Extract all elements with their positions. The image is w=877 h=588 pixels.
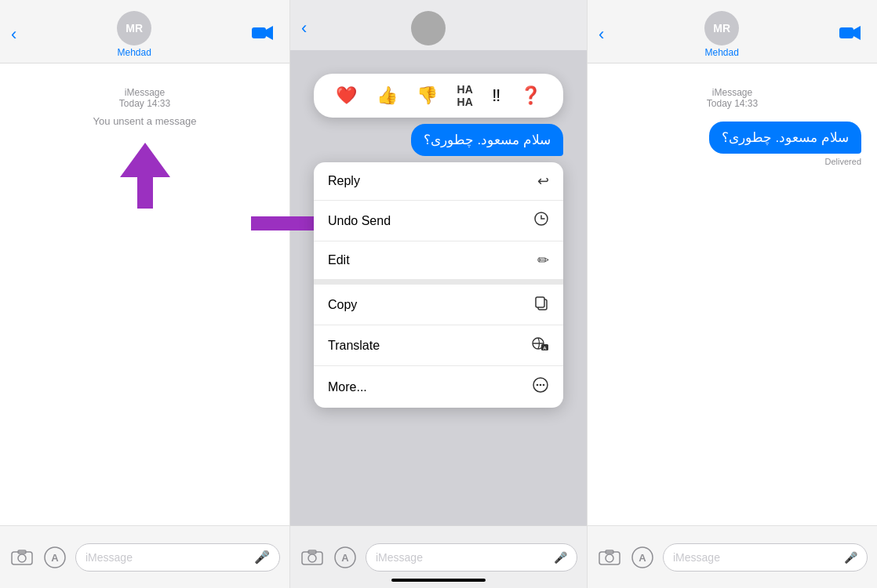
middle-camera-icon[interactable]: [300, 545, 325, 570]
camera-icon[interactable]: [9, 545, 35, 570]
svg-point-25: [606, 554, 613, 562]
message-bubble-container: سلام مسعود. چطوری؟: [314, 124, 563, 156]
menu-item-more[interactable]: More...: [314, 366, 563, 408]
svg-point-15: [540, 384, 542, 387]
svg-text:A: A: [639, 552, 646, 564]
right-header: ‹ MR Mehdad: [588, 0, 877, 64]
menu-item-undo-send[interactable]: Undo Send: [314, 201, 563, 241]
translate-icon: A: [532, 336, 549, 355]
home-indicator: [391, 579, 486, 582]
svg-marker-1: [266, 26, 273, 40]
delivered-status: Delivered: [825, 157, 861, 166]
context-menu: Reply ↩ Undo Send Edit ✏: [314, 162, 563, 408]
menu-item-reply[interactable]: Reply ↩: [314, 162, 563, 201]
context-area: ❤️ 👍 👎 HAHA ‼️ ❓ سلام مسعود. چطوری؟ Repl…: [314, 74, 563, 408]
svg-rect-22: [839, 27, 853, 38]
svg-marker-23: [853, 26, 861, 40]
back-button[interactable]: ‹: [11, 24, 16, 45]
left-panel: ‹ MR Mehdad iMessage Today 14:33 You uns…: [0, 0, 290, 588]
message-bubble: سلام مسعود. چطوری؟: [411, 124, 563, 156]
right-message-bubble: سلام مسعود. چطوری؟: [709, 122, 861, 154]
reply-icon: ↩: [537, 172, 549, 190]
imessage-service-label: iMessage: [125, 87, 165, 98]
menu-item-reply-label: Reply: [328, 174, 360, 188]
left-bottom-bar: A iMessage 🎤: [0, 525, 289, 588]
input-placeholder-text: iMessage: [86, 551, 133, 564]
middle-back-button[interactable]: ‹: [301, 18, 307, 38]
svg-point-16: [543, 384, 545, 387]
svg-text:A: A: [543, 346, 547, 350]
right-imessage-info: iMessage Today 14:33: [603, 87, 861, 115]
middle-avatar: [411, 11, 446, 45]
apps-icon[interactable]: A: [42, 545, 67, 570]
right-camera-icon[interactable]: [597, 545, 622, 570]
middle-panel: ‹ ❤️ 👍 👎 HAHA ‼️ ❓ سلام مسعود. چطور: [290, 0, 587, 588]
contact-avatar-container[interactable]: MR Mehdad: [117, 11, 151, 58]
right-apps-icon[interactable]: A: [630, 545, 655, 570]
reaction-question[interactable]: ❓: [517, 84, 544, 107]
undo-send-icon: [533, 211, 549, 230]
menu-item-translate[interactable]: Translate A: [314, 325, 563, 366]
mic-icon: 🎤: [254, 550, 270, 564]
avatar: MR: [117, 11, 151, 45]
menu-item-edit-label: Edit: [328, 253, 350, 267]
more-icon: [532, 376, 549, 397]
right-imessage-label: iMessage: [603, 87, 861, 98]
menu-item-more-label: More...: [328, 380, 367, 394]
reaction-haha[interactable]: HAHA: [454, 82, 476, 110]
svg-text:A: A: [51, 552, 59, 564]
middle-input-placeholder: iMessage: [376, 551, 423, 564]
svg-text:A: A: [341, 552, 349, 564]
right-bottom-bar: A iMessage 🎤: [588, 525, 877, 588]
menu-item-edit[interactable]: Edit ✏: [314, 241, 563, 280]
right-bubble-container: سلام مسعود. چطوری؟ Delivered: [603, 122, 861, 166]
copy-icon: [533, 295, 549, 314]
menu-item-undo-send-label: Undo Send: [328, 214, 391, 228]
right-back-button[interactable]: ‹: [599, 24, 604, 45]
contact-name: Mehdad: [117, 47, 151, 58]
up-arrow-indicator: [120, 143, 170, 209]
middle-mic-icon: 🎤: [554, 551, 567, 564]
left-header: ‹ MR Mehdad: [0, 0, 289, 64]
menu-item-translate-label: Translate: [328, 339, 380, 353]
edit-icon: ✏: [537, 252, 549, 269]
svg-rect-0: [252, 27, 266, 38]
right-mic-icon: 🎤: [844, 551, 857, 564]
right-time-label: Today 14:33: [603, 98, 861, 109]
reaction-bar: ❤️ 👍 👎 HAHA ‼️ ❓: [314, 74, 563, 118]
menu-item-copy-label: Copy: [328, 298, 357, 312]
middle-header: ‹: [290, 0, 587, 50]
reaction-exclamation[interactable]: ‼️: [489, 84, 504, 107]
right-message-input[interactable]: iMessage 🎤: [663, 543, 868, 572]
right-message-area: iMessage Today 14:33 سلام مسعود. چطوری؟ …: [588, 64, 877, 525]
left-message-area: iMessage Today 14:33 You unsent a messag…: [0, 64, 289, 525]
unsent-message-text: You unsent a message: [93, 115, 197, 127]
menu-item-copy[interactable]: Copy: [314, 280, 563, 325]
message-input[interactable]: iMessage 🎤: [75, 543, 280, 572]
middle-content: ❤️ 👍 👎 HAHA ‼️ ❓ سلام مسعود. چطوری؟ Repl…: [290, 50, 587, 525]
svg-point-14: [537, 384, 539, 387]
middle-apps-icon[interactable]: A: [333, 545, 358, 570]
svg-point-18: [308, 554, 316, 562]
right-video-call-icon[interactable]: [839, 25, 861, 45]
message-time: Today 14:33: [119, 98, 170, 109]
svg-rect-9: [536, 297, 544, 307]
right-avatar: MR: [704, 11, 739, 45]
right-panel: ‹ MR Mehdad iMessage Today 14:33 سلام مس…: [587, 0, 877, 588]
reaction-thumbsdown[interactable]: 👎: [413, 84, 441, 107]
svg-point-3: [18, 554, 26, 562]
video-call-icon[interactable]: [252, 25, 274, 45]
right-contact-name: Mehdad: [704, 47, 738, 58]
right-input-placeholder: iMessage: [673, 551, 720, 564]
reaction-thumbsup[interactable]: 👍: [373, 84, 401, 107]
right-contact-container[interactable]: MR Mehdad: [704, 11, 739, 58]
middle-message-input[interactable]: iMessage 🎤: [366, 543, 577, 572]
reaction-heart[interactable]: ❤️: [333, 84, 360, 107]
